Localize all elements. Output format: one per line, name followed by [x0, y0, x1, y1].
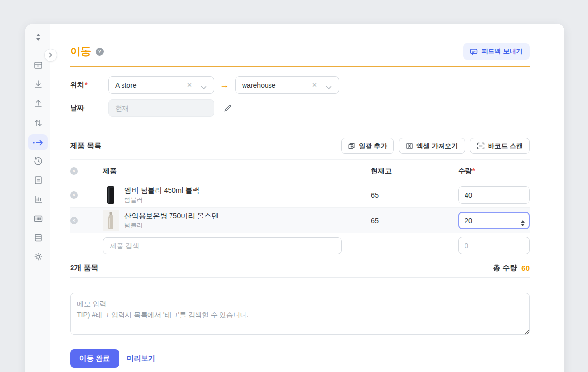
- product-list-header: 제품 목록 일괄 추가 엑셀 가져오기 바코드 스캔: [70, 138, 530, 154]
- date-label: 날짜: [70, 103, 108, 113]
- table-row: ✕ 산악용보온병 750미리 올스텐 텀블러 65: [70, 208, 530, 233]
- chevron-down-icon[interactable]: [326, 83, 332, 92]
- memo-textarea[interactable]: [70, 293, 530, 335]
- required-mark: *: [85, 81, 88, 89]
- product-search-input[interactable]: [103, 237, 342, 254]
- bulk-add-label: 일괄 추가: [359, 142, 387, 150]
- excel-icon: [406, 142, 413, 149]
- stock-value: 65: [371, 191, 420, 199]
- table-header-row: ✕ 제품 현재고 수량*: [70, 159, 530, 182]
- quantity-input-empty[interactable]: [458, 237, 530, 254]
- product-cell: 엠버 텀블러 450ml 블랙 텀블러: [124, 186, 371, 204]
- main-content: 이동 ? 피드백 보내기 위치* A store ✕ →: [50, 24, 564, 368]
- remove-row-icon[interactable]: ✕: [70, 217, 78, 224]
- chevron-down-icon[interactable]: [201, 83, 207, 92]
- feedback-button-label: 피드백 보내기: [481, 47, 523, 56]
- total-quantity-label: 총 수량: [493, 263, 517, 273]
- item-count: 2개 품목: [70, 263, 98, 273]
- app-window: 이동 ? 피드백 보내기 위치* A store ✕ →: [25, 24, 564, 372]
- product-image-black-tumbler: [103, 185, 119, 205]
- page-header: 이동 ? 피드백 보내기: [70, 43, 530, 60]
- action-bar: 이동 완료 미리보기: [70, 349, 530, 368]
- product-cell: 산악용보온병 750미리 올스텐 텀블러: [124, 211, 371, 230]
- required-mark: *: [472, 167, 475, 174]
- analytics-chart-icon[interactable]: [32, 194, 44, 205]
- product-category: 텀블러: [124, 222, 371, 230]
- storage-box-icon[interactable]: [32, 59, 44, 71]
- stock-value: 65: [371, 217, 420, 224]
- product-column-header: 제품: [103, 167, 371, 175]
- sidebar: [25, 24, 50, 372]
- section-title: 제품 목록: [70, 141, 101, 150]
- quantity-input[interactable]: [458, 186, 530, 204]
- sort-vertical-icon[interactable]: [32, 31, 44, 43]
- edit-pencil-icon[interactable]: [224, 104, 232, 112]
- page-title: 이동: [70, 44, 91, 59]
- accent-divider: [70, 66, 530, 67]
- location-label: 위치*: [70, 80, 108, 90]
- scan-frame-icon: [477, 142, 485, 149]
- remove-all-icon[interactable]: ✕: [70, 167, 78, 175]
- barcode-scan-label: 바코드 스캔: [488, 142, 523, 150]
- preview-button[interactable]: 미리보기: [127, 354, 155, 363]
- chat-bubble-icon: [470, 48, 478, 55]
- summary-bar: 2개 품목 총 수량 60: [70, 258, 530, 278]
- ship-upload-icon[interactable]: [32, 98, 44, 110]
- chevron-right-icon: [49, 52, 53, 58]
- product-name: 엠버 텀블러 450ml 블랙: [124, 186, 371, 195]
- desktop-background: 이동 ? 피드백 보내기 위치* A store ✕ →: [0, 0, 588, 372]
- barcode-scan-button[interactable]: 바코드 스캔: [470, 138, 530, 154]
- sidebar-expand-button[interactable]: [44, 49, 57, 62]
- search-row: [70, 233, 530, 258]
- table-row: ✕ 엠버 텀블러 450ml 블랙 텀블러 65: [70, 182, 530, 208]
- quantity-input-focused[interactable]: [458, 212, 530, 229]
- help-icon[interactable]: ?: [96, 48, 104, 56]
- date-input[interactable]: [108, 99, 214, 117]
- transfer-arrow-icon: →: [220, 80, 229, 91]
- clear-icon[interactable]: ✕: [312, 81, 317, 89]
- submit-move-button[interactable]: 이동 완료: [70, 349, 119, 368]
- clear-icon[interactable]: ✕: [187, 81, 192, 89]
- product-category: 텀블러: [124, 196, 371, 204]
- to-location-value: warehouse: [242, 81, 276, 89]
- excel-import-button[interactable]: 엑셀 가져오기: [399, 138, 465, 154]
- sidebar-item-move-active[interactable]: [28, 134, 48, 150]
- date-row: 날짜: [70, 99, 530, 117]
- quantity-column-header: 수량*: [458, 167, 530, 175]
- number-stepper[interactable]: [521, 220, 525, 226]
- duplicate-add-icon: [348, 142, 355, 149]
- product-name: 산악용보온병 750미리 올스텐: [124, 211, 371, 221]
- excel-import-label: 엑셀 가져오기: [416, 142, 458, 150]
- receive-download-icon[interactable]: [32, 78, 44, 90]
- location-row: 위치* A store ✕ → warehouse ✕: [70, 76, 530, 94]
- from-location-value: A store: [115, 81, 137, 89]
- feedback-button[interactable]: 피드백 보내기: [463, 43, 530, 60]
- move-arrow-icon: [33, 139, 44, 146]
- data-table-icon[interactable]: [32, 232, 44, 244]
- product-table: ✕ 제품 현재고 수량* ✕ 엠버 텀블러 450ml 블랙 텀블러 65: [70, 159, 530, 258]
- remove-row-icon[interactable]: ✕: [70, 191, 78, 199]
- memo-document-icon[interactable]: [32, 174, 44, 186]
- stock-column-header: 현재고: [371, 167, 420, 175]
- history-icon[interactable]: [32, 155, 44, 167]
- product-image-steel-bottle: [103, 210, 119, 231]
- total-quantity-value: 60: [521, 264, 530, 272]
- bulk-add-button[interactable]: 일괄 추가: [341, 138, 394, 154]
- from-location-select[interactable]: A store ✕: [108, 76, 214, 94]
- barcode-icon[interactable]: [32, 213, 44, 224]
- settings-gear-icon[interactable]: [32, 251, 44, 263]
- to-location-select[interactable]: warehouse ✕: [235, 76, 339, 94]
- adjust-transfer-icon[interactable]: [32, 117, 44, 129]
